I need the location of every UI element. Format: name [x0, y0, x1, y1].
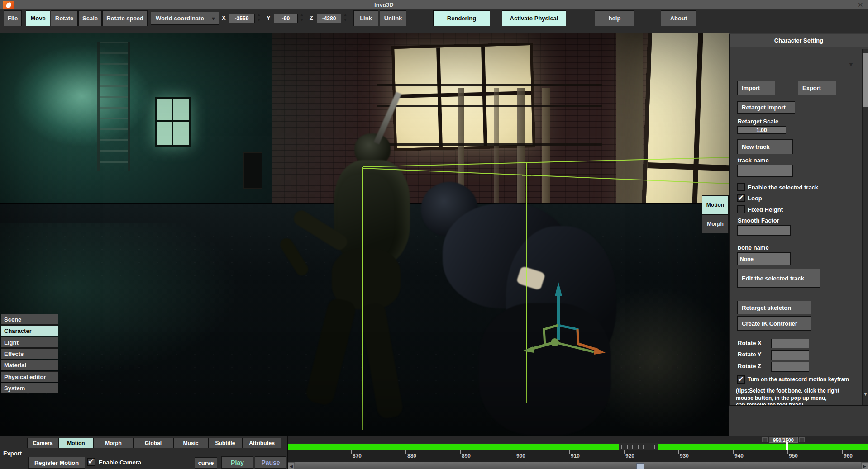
- bone-name-input[interactable]: [737, 252, 791, 265]
- x-spinner-up-icon[interactable]: ▲: [255, 13, 262, 17]
- tab-morph-side[interactable]: Morph: [702, 214, 729, 233]
- frame-tick: [621, 445, 622, 449]
- help-button[interactable]: help: [595, 10, 634, 26]
- character-setting-panel: Character Setting ▼ ▼ Import Export Reta…: [729, 34, 868, 406]
- timeline-green-segment: [401, 444, 619, 450]
- scrollbar-thumb[interactable]: [863, 53, 868, 107]
- timeline[interactable]: 950/1500 870880890900910920930940950960 …: [287, 436, 868, 469]
- link-button[interactable]: Link: [353, 10, 378, 26]
- autorecord-checkbox[interactable]: [737, 375, 745, 384]
- frame-tick: [632, 445, 633, 449]
- x-coordinate-input[interactable]: [229, 14, 255, 23]
- bottom-panel: Export CameraMotionMorphGlobalMusicSubti…: [0, 436, 868, 469]
- play-button[interactable]: Play: [221, 456, 253, 469]
- tab-subtitle[interactable]: Subtitle: [208, 438, 242, 448]
- coordinate-mode-dropdown[interactable]: World coordinate ▼: [151, 12, 219, 25]
- unlink-button[interactable]: Unlink: [380, 10, 406, 26]
- sidebar-item-physical-editor[interactable]: Physical editor: [1, 371, 58, 382]
- y-axis-label: Y: [267, 14, 271, 21]
- panel-scrollbar[interactable]: ▼: [862, 49, 868, 405]
- enable-camera-checkbox[interactable]: [87, 458, 95, 466]
- import-button[interactable]: Import: [737, 81, 775, 95]
- move-button[interactable]: Move: [26, 10, 50, 26]
- tab-global[interactable]: Global: [133, 438, 173, 448]
- create-ik-button[interactable]: Create IK Controller: [737, 316, 811, 331]
- sidebar-item-character[interactable]: Character: [1, 325, 58, 336]
- ruler-tick-label: 870: [353, 453, 362, 459]
- export-section-label[interactable]: Export: [0, 436, 25, 469]
- tab-motion-side[interactable]: Motion: [702, 195, 729, 214]
- rotate-x-input[interactable]: [771, 339, 809, 348]
- timeline-ruler[interactable]: 870880890900910920930940950960: [288, 450, 868, 462]
- register-motion-button[interactable]: Register Motion: [28, 457, 85, 469]
- rotate-z-input[interactable]: [771, 362, 809, 372]
- activate-physical-button[interactable]: Activate Physical: [502, 10, 566, 26]
- timeline-green-segment: [288, 444, 401, 450]
- x-axis-label: X: [222, 14, 226, 21]
- rotate-speed-button[interactable]: Rotate speed: [102, 10, 148, 26]
- ruler-tick-label: 940: [734, 453, 744, 459]
- export-button[interactable]: Export: [798, 81, 836, 95]
- tab-morph[interactable]: Morph: [94, 438, 133, 448]
- y-spinner-up-icon[interactable]: ▲: [298, 13, 305, 17]
- retarget-import-button[interactable]: Retarget Import: [737, 101, 795, 114]
- z-coordinate-input[interactable]: [317, 14, 341, 23]
- z-axis-label: Z: [310, 14, 313, 21]
- tab-music[interactable]: Music: [173, 438, 208, 448]
- retarget-skeleton-button[interactable]: Retarget skeleton: [737, 301, 811, 314]
- file-button[interactable]: File: [4, 10, 22, 26]
- rotate-y-input[interactable]: [771, 350, 809, 360]
- sidebar-item-effects[interactable]: Effects: [1, 348, 58, 359]
- z-spinner-up-icon[interactable]: ▲: [342, 13, 349, 17]
- ruler-tick: [787, 450, 788, 454]
- rotate-button[interactable]: Rotate: [51, 10, 78, 26]
- retarget-scale-input[interactable]: [737, 126, 786, 134]
- scale-button[interactable]: Scale: [78, 10, 102, 26]
- pause-button[interactable]: Pause: [255, 456, 286, 469]
- sidebar-item-material[interactable]: Material: [1, 360, 58, 370]
- y-spinner-down-icon[interactable]: ▼: [298, 19, 305, 22]
- dropdown-arrow-icon: ▼: [211, 16, 216, 21]
- x-spinner-down-icon[interactable]: ▼: [255, 19, 262, 22]
- rotate-z-label: Rotate Z: [738, 363, 761, 370]
- character-zombie-leg: [359, 302, 404, 420]
- track-name-input[interactable]: [737, 165, 793, 177]
- timeline-track-row[interactable]: [288, 443, 868, 450]
- about-button[interactable]: About: [661, 10, 696, 26]
- title-bar: Inva3D ✕: [0, 0, 868, 10]
- sidebar-item-light[interactable]: Light: [1, 337, 58, 348]
- tab-camera[interactable]: Camera: [27, 438, 58, 448]
- scroll-right-icon[interactable]: ▶: [861, 462, 868, 469]
- loop-checkbox[interactable]: [737, 194, 745, 202]
- scroll-down-icon[interactable]: ▼: [863, 392, 868, 397]
- timeline-playhead[interactable]: [786, 442, 788, 450]
- ruler-tick-label: 880: [407, 453, 416, 459]
- enable-track-checkbox[interactable]: [737, 183, 745, 191]
- timeline-scrollbar[interactable]: ◀ ▶: [288, 462, 868, 469]
- frame-step-forward-button[interactable]: [799, 437, 805, 442]
- smooth-factor-input[interactable]: [737, 225, 791, 236]
- sidebar-item-system[interactable]: System: [1, 383, 58, 393]
- tab-motion[interactable]: Motion: [58, 438, 94, 448]
- ruler-tick: [515, 450, 515, 454]
- panel-collapse-icon[interactable]: ▼: [848, 61, 854, 68]
- enable-track-label: Enable the selected track: [748, 184, 818, 191]
- frame-step-back-button[interactable]: [762, 437, 768, 442]
- y-coordinate-input[interactable]: [274, 14, 298, 23]
- character-zombie-leg: [304, 297, 357, 407]
- scroll-left-icon[interactable]: ◀: [288, 462, 295, 469]
- fixed-height-checkbox[interactable]: [737, 205, 745, 213]
- timeline-scroll-thumb[interactable]: [636, 463, 644, 469]
- z-spinner-down-icon[interactable]: ▼: [342, 19, 349, 22]
- new-track-button[interactable]: New track: [737, 139, 793, 154]
- tips-line-2: mouse button, in the pop-up menu,: [736, 395, 827, 402]
- curve-button[interactable]: curve: [195, 457, 217, 469]
- sidebar-item-scene[interactable]: Scene: [1, 314, 58, 325]
- edit-track-button[interactable]: Edit the selected track: [737, 269, 820, 288]
- smooth-factor-label: Smooth Factor: [738, 217, 779, 224]
- close-icon[interactable]: ✕: [858, 1, 863, 9]
- tips-line-3: can remove the foot fixed): [736, 402, 803, 406]
- viewport-3d[interactable]: SceneCharacterLightEffectsMaterialPhysic…: [0, 33, 729, 436]
- tab-attributes[interactable]: Attributes: [242, 438, 281, 448]
- rendering-button[interactable]: Rendering: [433, 10, 490, 26]
